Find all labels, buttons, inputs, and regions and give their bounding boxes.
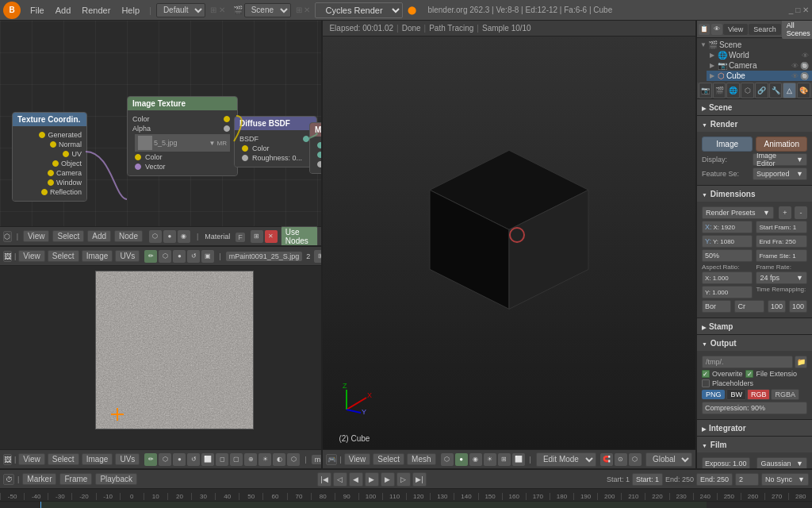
dimensions-section-header[interactable]: Dimensions: [697, 186, 812, 202]
img-footer-uvs[interactable]: UVs: [115, 453, 140, 465]
btn-next-frame[interactable]: ▶: [381, 472, 395, 487]
outline-item-scene[interactable]: ▼ 🎬 Scene: [697, 40, 812, 50]
vp-icon-4[interactable]: ☀: [484, 453, 496, 466]
img-footer-image[interactable]: Image: [82, 453, 113, 465]
end-frame-field[interactable]: End: 250: [696, 473, 733, 486]
compression-field[interactable]: Compression: 90%: [702, 402, 807, 414]
prop-icon-world[interactable]: 🌐: [726, 83, 740, 98]
render-image-btn[interactable]: Image: [702, 137, 753, 152]
overwrite-checkbox[interactable]: ✓: [702, 370, 710, 378]
vp-prop-icon[interactable]: ⊙: [615, 453, 627, 466]
img-footer-i7[interactable]: ⊕: [244, 453, 257, 466]
img-uvs-btn[interactable]: UVs: [115, 250, 140, 262]
vp-mesh-btn[interactable]: Mesh: [407, 453, 435, 465]
bw-btn[interactable]: BW: [726, 389, 746, 400]
vp-icon-6[interactable]: ⬜: [512, 453, 525, 466]
prop-icon-data[interactable]: △: [783, 83, 796, 98]
node-view-btn[interactable]: View: [23, 230, 50, 242]
vp-icon-2[interactable]: ●: [455, 453, 468, 466]
btn-prev-frame[interactable]: ◀: [349, 472, 363, 487]
render-section-header[interactable]: Render: [697, 116, 812, 132]
rgba-btn[interactable]: RGBA: [771, 389, 799, 400]
output-path-field[interactable]: /tmp/.: [702, 356, 793, 368]
current-frame-field[interactable]: 2: [735, 473, 759, 486]
img-image-btn[interactable]: Image: [82, 250, 113, 262]
res-y-field[interactable]: Y: Y: 1080: [702, 235, 753, 248]
prop-icon-material[interactable]: 🎨: [797, 83, 810, 98]
cr-field[interactable]: Cr: [734, 300, 764, 313]
vp-select-btn[interactable]: Select: [373, 453, 404, 465]
img-footer-i6[interactable]: ▢: [230, 453, 243, 466]
vp-mirror-icon[interactable]: ⬡: [629, 453, 642, 466]
img-paint-icon[interactable]: ✏: [144, 250, 157, 263]
btn-next-keyframe[interactable]: ▷: [396, 472, 411, 487]
img-footer-i1[interactable]: ⬡: [159, 453, 171, 466]
img-footer-i8[interactable]: ☀: [259, 453, 271, 466]
node-icon-3[interactable]: ◉: [178, 230, 190, 243]
prop-icon-modifiers[interactable]: 🔧: [769, 83, 783, 98]
aspect-y-field[interactable]: Y: 1.000: [702, 286, 753, 298]
new-val-field[interactable]: 100: [789, 300, 807, 313]
tl-marker-btn[interactable]: Marker: [22, 473, 56, 485]
img-view-btn[interactable]: View: [18, 250, 45, 262]
image-editor[interactable]: 🖼 | View Select Image UVs ✏ ⬡ ● ↺ ▣ | mP…: [0, 247, 321, 468]
edit-mode-select[interactable]: Edit Mode: [536, 452, 596, 467]
img-footer-view[interactable]: View: [18, 453, 45, 465]
prop-icon-constraints[interactable]: 🔗: [755, 83, 768, 98]
node-icon-2[interactable]: ●: [163, 230, 176, 243]
global-select[interactable]: Global: [645, 452, 692, 467]
img-select-btn[interactable]: Select: [48, 250, 79, 262]
node-diffuse-bsdf[interactable]: Diffuse BSDF BSDF Color Roughness: 0...: [234, 116, 317, 167]
vp-icon-1[interactable]: ⬡: [441, 453, 454, 466]
btn-play[interactable]: ▶: [365, 472, 379, 487]
placeholders-check[interactable]: Placeholders: [702, 379, 807, 387]
res-x-field[interactable]: X: X: 1920: [702, 221, 753, 233]
img-footer-filename[interactable]: mPaint0091_25_S.jpg: [312, 455, 322, 464]
integrator-section-header[interactable]: Integrator: [697, 420, 812, 436]
render-engine-select[interactable]: Cycles Render: [315, 2, 403, 18]
tab-view[interactable]: View: [723, 24, 748, 35]
menu-file[interactable]: File: [25, 4, 49, 17]
rgb-btn[interactable]: RGB: [747, 389, 771, 400]
fps-dropdown[interactable]: 24 fps ▼: [756, 271, 807, 284]
node-icon-4[interactable]: ⊞: [251, 230, 263, 243]
menu-add[interactable]: Add: [51, 4, 76, 17]
btn-jump-end[interactable]: ▶|: [412, 472, 427, 487]
img-footer-i10[interactable]: ⬡: [287, 453, 300, 466]
img-filename[interactable]: mPaint0091_25_S.jpg: [226, 252, 303, 261]
outline-item-world[interactable]: ▶ 🌐 World 👁: [707, 50, 812, 60]
frame-end-field[interactable]: End Fra: 250: [756, 235, 807, 248]
preset-del-btn[interactable]: -: [795, 206, 807, 219]
node-icon-1[interactable]: ⬡: [149, 230, 162, 243]
menu-render[interactable]: Render: [77, 4, 115, 17]
stamp-section-header[interactable]: Stamp: [697, 318, 812, 334]
node-icon-5[interactable]: ✕: [265, 230, 278, 243]
scene-select[interactable]: Scene: [244, 3, 291, 17]
img-icon-5[interactable]: ⊞: [314, 250, 321, 263]
tl-frame-btn[interactable]: Frame: [59, 473, 92, 485]
sync-dropdown[interactable]: No Sync ▼: [761, 473, 809, 486]
node-image-preview[interactable]: 5_5.jpg ▼ MR: [135, 134, 230, 152]
aspect-x-field[interactable]: X: 1.000: [702, 271, 753, 284]
feature-dropdown[interactable]: Supported ▼: [753, 167, 807, 180]
img-icon-4[interactable]: ▣: [201, 250, 214, 263]
node-texture-coordinate[interactable]: Texture Coordin. Generated Normal UV: [12, 112, 87, 202]
render-presets-dropdown[interactable]: Render Presets ▼: [702, 206, 774, 219]
film-section-header[interactable]: Film: [697, 437, 812, 452]
tab-search[interactable]: Search: [749, 24, 781, 35]
viewport-3d[interactable]: X Z Y (2) Cube: [323, 37, 695, 449]
preset-add-btn[interactable]: +: [779, 206, 791, 219]
prop-icon-object[interactable]: ⬡: [741, 83, 754, 98]
vp-icon-3[interactable]: ◉: [469, 453, 482, 466]
overwrite-check[interactable]: ✓ Overwrite: [702, 370, 743, 378]
img-footer-i2[interactable]: ●: [173, 453, 186, 466]
frame-start-field[interactable]: Start Fram: 1: [756, 221, 807, 233]
tab-all-scenes[interactable]: All Scenes: [782, 21, 812, 39]
outline-item-cube[interactable]: ▶ ⬡ Cube 👁 🔘: [707, 71, 812, 81]
prop-icon-render[interactable]: 📷: [699, 83, 712, 98]
img-footer-i3[interactable]: ↺: [187, 453, 200, 466]
btn-prev-keyframe[interactable]: ◁: [333, 472, 347, 487]
vp-icon-5[interactable]: ⊞: [498, 453, 511, 466]
node-node-btn[interactable]: Node: [114, 230, 143, 242]
exposure-field[interactable]: Exposu: 1.00: [702, 457, 751, 468]
